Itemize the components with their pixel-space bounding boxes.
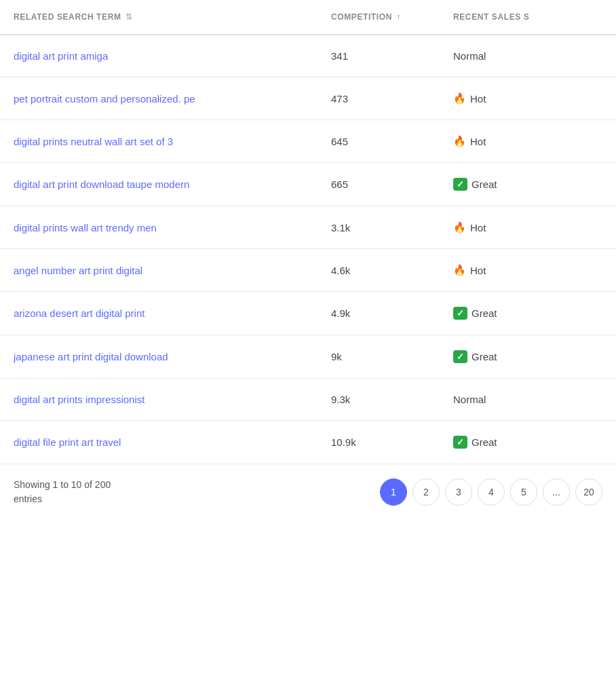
sales-label: Great — [471, 179, 497, 190]
sales-status-cell: ✓Great — [453, 350, 602, 363]
great-badge-icon: ✓ — [453, 350, 467, 363]
search-term-table: RELATED SEARCH TERM ⇅ COMPETITION ↑ RECE… — [0, 0, 616, 520]
competition-cell: 9.3k — [331, 394, 453, 405]
sales-status-cell: ✓Great — [453, 436, 602, 449]
search-term-link[interactable]: digital file print art travel — [14, 436, 121, 448]
table-row: digital art print download taupe modern6… — [0, 163, 616, 206]
great-badge-icon: ✓ — [453, 307, 467, 320]
fire-icon: 🔥 — [453, 135, 466, 147]
table-row: digital art prints impressionist9.3kNorm… — [0, 379, 616, 421]
sales-label: Great — [471, 307, 497, 319]
page-btn-...[interactable]: ... — [543, 478, 570, 506]
sales-status-cell: Normal — [453, 394, 602, 405]
fire-icon: 🔥 — [453, 221, 466, 233]
search-term-cell: digital prints wall art trendy men — [14, 222, 331, 233]
great-badge-icon: ✓ — [453, 436, 467, 449]
search-term-link[interactable]: japanese art print digital download — [14, 351, 168, 362]
competition-cell: 4.6k — [331, 265, 453, 276]
fire-icon: 🔥 — [453, 264, 466, 276]
table-row: arizona desert art digital print4.9k✓Gre… — [0, 292, 616, 335]
sort-icon-competition[interactable]: ↑ — [396, 12, 401, 22]
search-term-cell: digital file print art travel — [14, 436, 331, 448]
sales-label: Great — [471, 436, 497, 448]
competition-cell: 3.1k — [331, 222, 453, 233]
page-btn-1[interactable]: 1 — [380, 478, 407, 506]
sales-status-cell: ✓Great — [453, 307, 602, 320]
sales-status-cell: 🔥Hot — [453, 92, 602, 105]
sales-status-cell: 🔥Hot — [453, 264, 602, 276]
sales-status-cell: ✓Great — [453, 178, 602, 191]
search-term-cell: angel number art print digital — [14, 265, 331, 276]
competition-cell: 4.9k — [331, 307, 453, 319]
fire-icon: 🔥 — [453, 92, 466, 105]
great-badge-icon: ✓ — [453, 178, 467, 191]
search-term-link[interactable]: arizona desert art digital print — [14, 307, 145, 319]
search-term-cell: digital art print download taupe modern — [14, 179, 331, 190]
search-term-cell: japanese art print digital download — [14, 351, 331, 362]
col3-label: RECENT SALES S — [453, 12, 529, 22]
sales-status-cell: 🔥Hot — [453, 221, 602, 233]
showing-text: Showing 1 to 10 of 200 entries — [14, 478, 111, 506]
search-term-cell: pet portrait custom and personalized. pe — [14, 93, 331, 105]
search-term-cell: digital art prints impressionist — [14, 394, 331, 405]
table-body: digital art print amiga341Normalpet port… — [0, 35, 616, 464]
table-row: angel number art print digital4.6k🔥Hot — [0, 249, 616, 292]
competition-cell: 645 — [331, 136, 453, 147]
page-btn-4[interactable]: 4 — [478, 478, 505, 506]
sales-label: Hot — [470, 136, 486, 147]
page-btn-5[interactable]: 5 — [510, 478, 537, 506]
page-btn-3[interactable]: 3 — [445, 478, 472, 506]
table-row: digital file print art travel10.9k✓Great — [0, 421, 616, 464]
search-term-link[interactable]: pet portrait custom and personalized. pe — [14, 93, 195, 105]
table-row: digital prints wall art trendy men3.1k🔥H… — [0, 206, 616, 249]
page-btn-20[interactable]: 20 — [575, 478, 602, 506]
search-term-link[interactable]: digital prints wall art trendy men — [14, 222, 157, 233]
competition-cell: 10.9k — [331, 436, 453, 448]
search-term-cell: digital prints neutral wall art set of 3 — [14, 136, 331, 147]
pagination: 12345...20 — [380, 478, 602, 506]
table-row: japanese art print digital download9k✓Gr… — [0, 335, 616, 379]
sales-status-cell: 🔥Hot — [453, 135, 602, 147]
sales-label: Normal — [453, 394, 486, 405]
sales-label: Hot — [470, 222, 486, 233]
table-row: pet portrait custom and personalized. pe… — [0, 77, 616, 120]
competition-cell: 341 — [331, 50, 453, 62]
competition-cell: 473 — [331, 93, 453, 105]
search-term-link[interactable]: digital art print amiga — [14, 50, 108, 62]
sales-label: Great — [471, 351, 497, 362]
competition-cell: 665 — [331, 179, 453, 190]
table-row: digital prints neutral wall art set of 3… — [0, 120, 616, 163]
page-btn-2[interactable]: 2 — [412, 478, 440, 506]
col-competition-header[interactable]: COMPETITION ↑ — [331, 12, 453, 22]
sales-label: Hot — [470, 93, 486, 105]
search-term-link[interactable]: angel number art print digital — [14, 265, 142, 276]
sort-icon-term[interactable]: ⇅ — [126, 12, 133, 22]
table-footer: Showing 1 to 10 of 200 entries 12345...2… — [0, 464, 616, 520]
col-search-term-header[interactable]: RELATED SEARCH TERM ⇅ — [14, 12, 331, 22]
search-term-cell: arizona desert art digital print — [14, 307, 331, 319]
col1-label: RELATED SEARCH TERM — [14, 12, 121, 22]
search-term-link[interactable]: digital prints neutral wall art set of 3 — [14, 136, 173, 147]
search-term-cell: digital art print amiga — [14, 50, 331, 62]
competition-cell: 9k — [331, 351, 453, 362]
col-sales-header: RECENT SALES S — [453, 12, 602, 22]
col2-label: COMPETITION — [331, 12, 392, 22]
sales-label: Normal — [453, 50, 486, 62]
sales-status-cell: Normal — [453, 50, 602, 62]
sales-label: Hot — [470, 265, 486, 276]
table-header: RELATED SEARCH TERM ⇅ COMPETITION ↑ RECE… — [0, 0, 616, 35]
search-term-link[interactable]: digital art prints impressionist — [14, 394, 145, 405]
table-row: digital art print amiga341Normal — [0, 35, 616, 77]
search-term-link[interactable]: digital art print download taupe modern — [14, 179, 189, 190]
